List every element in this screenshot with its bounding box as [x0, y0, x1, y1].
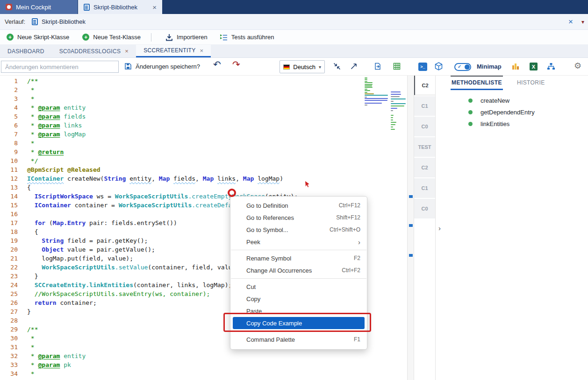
menu-item-go-to-symbol-[interactable]: Go to Symbol...Ctrl+Shift+O: [230, 224, 367, 236]
tab-label: METHODENLISTE: [452, 79, 502, 86]
window-tab-mein-cockpit[interactable]: Mein Cockpit: [0, 0, 78, 14]
save-icon: [124, 63, 132, 71]
close-icon[interactable]: ×: [125, 48, 129, 55]
gear-icon[interactable]: ⚙: [574, 61, 581, 71]
close-icon[interactable]: ×: [200, 47, 203, 54]
code-line[interactable]: IContainer createNew(String entity, Map …: [27, 174, 298, 183]
side-tab-c1-5[interactable]: C1: [414, 178, 435, 198]
code-line[interactable]: * @param logMap: [27, 130, 298, 139]
close-icon[interactable]: ×: [568, 17, 573, 27]
line-number: 17: [0, 218, 18, 227]
line-number: 28: [0, 316, 18, 325]
menu-item-paste[interactable]: Paste: [230, 305, 367, 317]
menu-item-shortcut: Ctrl+F12: [339, 202, 360, 209]
code-line[interactable]: *: [27, 85, 298, 94]
menu-item-peek[interactable]: Peek›: [230, 236, 367, 248]
undo-button[interactable]: ↶: [213, 59, 221, 70]
doc-tab-sccreateentity[interactable]: SCCREATEENTITY ×: [136, 45, 211, 57]
new-script-class-button[interactable]: + Neue Skript-Klasse: [7, 34, 69, 41]
language-select[interactable]: Deutsch ▾: [280, 60, 325, 73]
panel-collapse-chevron-icon[interactable]: ›: [438, 224, 441, 232]
minimap-toggle[interactable]: ✓: [454, 63, 471, 71]
doc-tab-sc0addresslogics[interactable]: SC0ADDRESSLOGICS ×: [52, 45, 136, 57]
code-line[interactable]: /**: [27, 77, 298, 85]
editor-scrollbar[interactable]: [407, 76, 414, 380]
line-number: 12: [0, 174, 18, 183]
menu-item-rename-symbol[interactable]: Rename SymbolF2: [230, 252, 367, 264]
new-test-class-button[interactable]: + Neue Test-Klasse: [82, 34, 141, 41]
menu-item-label: Change All Occurrences: [246, 267, 342, 274]
line-number: 35: [0, 378, 18, 380]
side-tab-c1-1[interactable]: C1: [414, 96, 435, 116]
minimap-line: [365, 81, 367, 82]
code-line[interactable]: *: [27, 139, 298, 148]
menu-item-shortcut: Shift+F12: [336, 214, 360, 221]
history-item[interactable]: Skript-Bibliothek: [42, 18, 86, 25]
code-line[interactable]: */: [27, 156, 298, 165]
code-line[interactable]: * @return: [27, 148, 298, 156]
minimap-line: [391, 127, 393, 127]
menu-item-command-palette[interactable]: Command PaletteF1: [230, 333, 367, 345]
grid-view-button[interactable]: [393, 63, 401, 71]
close-icon[interactable]: ×: [152, 3, 157, 11]
side-strip: C2C1C0TESTC2C1C0: [414, 76, 436, 380]
menu-item-change-all-occurrences[interactable]: Change All OccurrencesCtrl+F2: [230, 264, 367, 276]
window-tab-label: Skript-Bibliothek: [93, 4, 137, 11]
menu-item-cut[interactable]: Cut: [230, 281, 367, 293]
code-line[interactable]: * @return: [27, 378, 298, 380]
code-line[interactable]: * @param entity: [27, 103, 298, 112]
comment-input[interactable]: [1, 61, 119, 73]
expand-editor-button[interactable]: [350, 62, 358, 72]
minimap-line: [365, 95, 388, 96]
side-tab-c2-4[interactable]: C2: [414, 158, 435, 177]
method-item-getdependendentry[interactable]: getDependendEntry: [436, 106, 588, 118]
line-number: 27: [0, 307, 18, 316]
chart-view-button[interactable]: [512, 63, 519, 71]
menu-item-go-to-definition[interactable]: Go to DefinitionCtrl+F12: [230, 199, 367, 211]
line-number: 6: [0, 121, 18, 130]
excel-export-icon[interactable]: X: [530, 63, 538, 70]
code-line[interactable]: {: [27, 183, 298, 192]
minimap-line: [391, 96, 400, 97]
minimap-line: [365, 82, 373, 83]
menu-item-copy[interactable]: Copy: [230, 293, 367, 305]
powershell-icon[interactable]: >_: [418, 63, 427, 71]
window-tab-skript-bibliothek[interactable]: Skript-Bibliothek ×: [78, 0, 162, 14]
code-line[interactable]: @BpmScript @Released: [27, 165, 298, 174]
tab-methodenliste[interactable]: METHODENLISTE: [451, 76, 503, 90]
tab-historie[interactable]: HISTORIE: [516, 76, 546, 90]
doc-tab-dashboard[interactable]: DASHBOARD: [0, 45, 52, 57]
code-line[interactable]: *: [27, 369, 298, 378]
minimap-line: [391, 110, 393, 111]
menu-item-go-to-references[interactable]: Go to ReferencesShift+F12: [230, 211, 367, 224]
line-number: 14: [0, 192, 18, 201]
code-line[interactable]: * @param entity: [27, 352, 298, 360]
hierarchy-view-button[interactable]: [547, 63, 555, 71]
method-item-createnew[interactable]: createNew: [436, 95, 588, 106]
export-document-button[interactable]: [374, 63, 381, 71]
code-line[interactable]: * @param pk: [27, 360, 298, 369]
run-tests-button[interactable]: Tests ausführen: [220, 34, 274, 41]
code-line[interactable]: * @param links: [27, 121, 298, 130]
code-line[interactable]: *: [27, 94, 298, 103]
side-tab-c2-0[interactable]: C2: [414, 76, 435, 95]
right-panel: › METHODENLISTE HISTORIE createNewgetDep…: [436, 76, 588, 380]
save-changes-button[interactable]: Änderungen speichern?: [136, 63, 200, 70]
package-button[interactable]: [435, 62, 443, 72]
code-line[interactable]: * @param fields: [27, 112, 298, 121]
collapse-editor-button[interactable]: [333, 62, 341, 72]
side-tab-c0-6[interactable]: C0: [414, 199, 435, 218]
caret-down-icon[interactable]: ▾: [581, 19, 584, 25]
minimap-line: [391, 115, 394, 116]
menu-item-copy-code-example[interactable]: Copy Code Example: [233, 317, 365, 329]
redo-button[interactable]: ↷: [232, 59, 240, 70]
window-tab-label: Mein Cockpit: [16, 4, 51, 11]
tab-label: HISTORIE: [517, 79, 545, 86]
scrollbar-marker: [409, 195, 413, 198]
side-tab-c0-2[interactable]: C0: [414, 117, 435, 136]
import-button[interactable]: Importieren: [165, 34, 208, 41]
minimap[interactable]: [365, 77, 407, 218]
side-tab-test-3[interactable]: TEST: [414, 137, 435, 157]
minimap-line: [391, 120, 393, 120]
method-item-linkentities[interactable]: linkEntities: [436, 118, 588, 130]
